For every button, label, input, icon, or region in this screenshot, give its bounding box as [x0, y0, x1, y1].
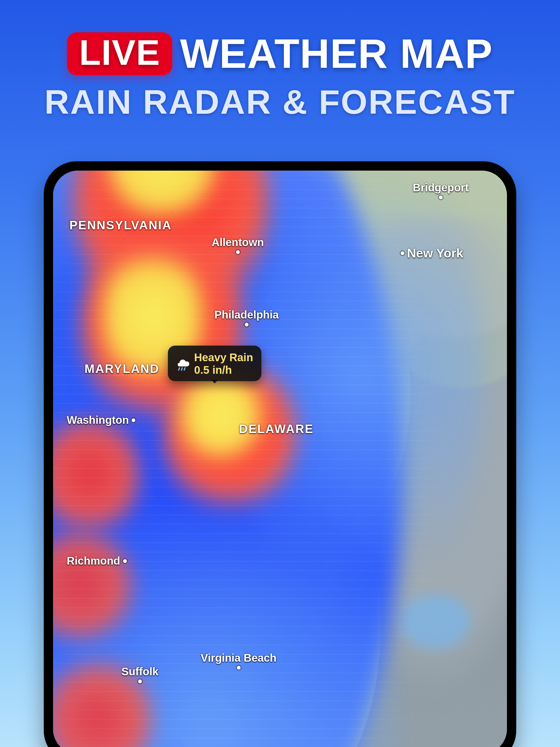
city-dot-icon [123, 559, 127, 563]
tablet-device-frame: PENNSYLVANIA MARYLAND DELAWARE Bridgepor… [44, 161, 516, 747]
city-dot-icon [236, 250, 240, 254]
precip-tooltip[interactable]: Heavy Rain 0.5 in/h [168, 345, 261, 381]
state-label-delaware: DELAWARE [239, 422, 314, 436]
city-name: Richmond [67, 555, 120, 567]
tooltip-title: Heavy Rain [194, 351, 253, 364]
city-name: Virginia Beach [201, 652, 276, 664]
city-dot-icon [245, 323, 249, 327]
city-name: Washington [67, 414, 129, 426]
promo-header: LIVE WEATHER MAP RAIN RADAR & FORECAST [0, 0, 560, 121]
city-label-virginia-beach: Virginia Beach [201, 652, 276, 670]
city-name: Philadelphia [214, 309, 279, 321]
heavy-rain-icon [175, 356, 189, 371]
city-name: Bridgeport [413, 182, 469, 194]
city-dot-icon [237, 666, 240, 670]
title-sub: RAIN RADAR & FORECAST [0, 82, 560, 121]
city-label-allentown: Allentown [212, 236, 264, 254]
city-label-new-york: New York [401, 246, 463, 261]
city-dot-icon [401, 251, 404, 255]
city-dot-icon [131, 418, 135, 422]
city-label-washington: Washington [67, 414, 135, 426]
city-label-philadelphia: Philadelphia [214, 309, 279, 327]
city-dot-icon [138, 679, 142, 683]
svg-line-0 [179, 368, 179, 370]
city-name: Allentown [212, 236, 264, 249]
state-label-maryland: MARYLAND [84, 362, 159, 376]
state-label-pennsylvania: PENNSYLVANIA [70, 218, 172, 232]
title-line-1: LIVE WEATHER MAP [67, 30, 493, 77]
city-label-bridgeport: Bridgeport [413, 182, 469, 199]
svg-line-2 [184, 368, 185, 370]
live-badge: LIVE [67, 32, 172, 75]
city-label-richmond: Richmond [67, 555, 127, 567]
tooltip-rate: 0.5 in/h [194, 364, 253, 376]
tooltip-text: Heavy Rain 0.5 in/h [194, 351, 253, 376]
svg-line-1 [181, 368, 182, 370]
city-name: Suffolk [121, 666, 159, 678]
city-dot-icon [439, 196, 443, 199]
city-name: New York [407, 246, 463, 261]
city-label-suffolk: Suffolk [121, 666, 159, 683]
title-main: WEATHER MAP [180, 30, 493, 77]
map-screen[interactable]: PENNSYLVANIA MARYLAND DELAWARE Bridgepor… [53, 171, 507, 747]
